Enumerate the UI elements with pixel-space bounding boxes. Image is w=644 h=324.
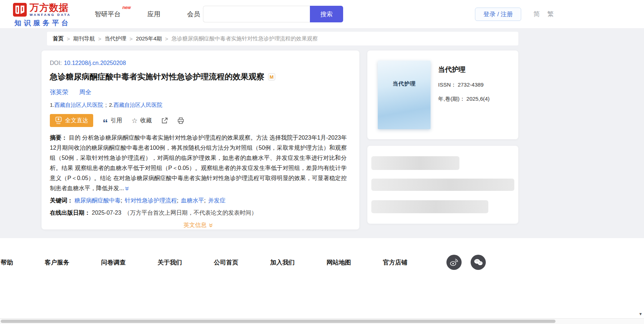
lang-simplified[interactable]: 简 (533, 10, 540, 18)
cite-label: 引用 (111, 117, 122, 124)
online-publish-row: 在线出版日期：2025-07-23（万方平台首次上网日期，不代表论文的发表时间） (50, 209, 347, 217)
favorite-label: 收藏 (140, 117, 152, 124)
journal-card: 当代护理 当代护理 ISSN： 2732-4389 年,卷(期)： 2025,6… (367, 51, 518, 139)
footer-link-company-home[interactable]: 公司首页 (214, 258, 238, 267)
journal-info: 当代护理 ISSN： 2732-4389 年,卷(期)： 2025,6(4) (438, 65, 490, 102)
nav-item-label: 会员 (187, 10, 200, 18)
footer-link-join-us[interactable]: 加入我们 (270, 258, 295, 267)
fulltext-button[interactable]: free 全文直达 (50, 114, 93, 127)
print-icon (177, 117, 184, 124)
affiliation-number: 2. (109, 102, 114, 108)
keyword-link[interactable]: 针对性急诊护理流程 (125, 197, 177, 203)
search-input[interactable] (203, 6, 310, 22)
brand-name-en: WANFANG DATA (30, 13, 71, 17)
brand-tagline: 知识服务平台 (14, 18, 71, 28)
breadcrumb-issue[interactable]: 2025年4期 (136, 35, 162, 42)
favorite-button[interactable]: ☆ 收藏 (131, 117, 152, 125)
footer-link-survey[interactable]: 问卷调查 (101, 258, 126, 267)
print-button[interactable] (177, 117, 184, 124)
abstract-label: 摘要： (50, 135, 67, 141)
cite-button[interactable]: “ 引用 (103, 117, 122, 124)
footer-link-customer-service[interactable]: 客户服务 (45, 258, 69, 267)
wechat-button[interactable] (471, 255, 486, 270)
breadcrumb-separator: > (98, 36, 101, 42)
keyword-link[interactable]: 血糖水平 (181, 197, 204, 203)
breadcrumb-home[interactable]: 首页 (53, 35, 64, 42)
skeleton-bar (371, 156, 459, 170)
search-bar: 搜索 (203, 6, 343, 22)
article-title: 急诊糖尿病酮症酸中毒者实施针对性急诊护理流程的效果观察 (50, 71, 264, 82)
footer-link-official-store[interactable]: 官方店铺 (383, 258, 407, 267)
author-link[interactable]: 周全 (79, 88, 91, 96)
nav-item-apps[interactable]: 应用 (147, 10, 160, 18)
author-link[interactable]: 张英荣 (50, 88, 68, 96)
nav-item-research-platform[interactable]: 智研平台 new (95, 10, 121, 18)
breadcrumb-current: 急诊糖尿病酮症酸中毒者实施针对性急诊护理流程的效果观察 (172, 35, 318, 42)
footer-link-sitemap[interactable]: 网站地图 (327, 258, 351, 267)
journal-issn-row: ISSN： 2732-4389 (438, 82, 490, 88)
online-publish-note: （万方平台首次上网日期，不代表论文的发表时间） (124, 210, 257, 216)
brand-name: 万方数据 (30, 3, 71, 12)
journal-cover[interactable]: 当代护理 (378, 61, 431, 129)
english-info-toggle[interactable]: 英文信息 (50, 222, 347, 229)
english-info-label: 英文信息 (183, 222, 207, 229)
affiliation-separator: ; (105, 102, 107, 108)
abstract-text: 目的 分析急诊糖尿病酮症酸中毒者实施针对性急诊护理流程的效果观察。方法 选择我院… (50, 135, 347, 191)
doi-label: DOI: (50, 60, 62, 66)
footer-link-help[interactable]: 帮助 (1, 258, 13, 267)
share-button[interactable] (161, 117, 168, 124)
scroll-down-arrow-icon[interactable]: ▼ (639, 312, 643, 316)
breadcrumb-separator: > (130, 36, 133, 42)
sidebar-loading-card (367, 146, 518, 224)
nav-item-membership[interactable]: 会员 (187, 10, 200, 18)
keyword-link[interactable]: 并发症 (208, 197, 225, 203)
keywords-label: 关键词： (50, 197, 73, 203)
keyword-separator: ; (204, 197, 206, 203)
doi-row: DOI:10.12208/j.cn.20250208 (50, 60, 347, 66)
keyword-separator: ; (121, 197, 122, 203)
issn-value: 2732-4389 (458, 82, 484, 88)
issn-label: ISSN： (438, 82, 456, 88)
wanfang-logo-icon (13, 3, 27, 17)
breadcrumb-journal[interactable]: 当代护理 (105, 35, 126, 42)
svg-text:free: free (56, 122, 61, 124)
journal-name[interactable]: 当代护理 (438, 65, 490, 74)
main-nav: 智研平台 new 应用 会员 (95, 0, 200, 28)
footer-links: 帮助 客户服务 问卷调查 关于我们 公司首页 加入我们 网站地图 官方店铺 (1, 255, 486, 270)
affiliation-link[interactable]: 西藏自治区人民医院 (55, 102, 103, 108)
keyword-link[interactable]: 糖尿病酮症酸中毒 (74, 197, 121, 203)
footer-link-about-us[interactable]: 关于我们 (157, 258, 182, 267)
breadcrumb-separator: > (165, 36, 168, 42)
lang-traditional[interactable]: 繁 (547, 10, 554, 18)
site-logo[interactable]: 万方数据 WANFANG DATA 知识服务平台 (13, 3, 71, 28)
skeleton-bar (371, 200, 488, 213)
volume-value: 2025,6(4) (466, 96, 489, 102)
header: 万方数据 WANFANG DATA 知识服务平台 智研平台 new 应用 会员 … (0, 0, 644, 28)
star-icon: ☆ (131, 117, 138, 125)
breadcrumb: 首页 > 期刊导航 > 当代护理 > 2025年4期 > 急诊糖尿病酮症酸中毒者… (47, 32, 518, 45)
weibo-button[interactable] (446, 255, 462, 270)
search-button[interactable]: 搜索 (310, 6, 343, 22)
volume-label: 年,卷(期)： (438, 96, 465, 102)
free-download-icon: free (55, 117, 62, 124)
breadcrumb-journal-nav[interactable]: 期刊导航 (73, 35, 95, 42)
wechat-icon (474, 258, 483, 266)
horizontal-scrollbar-thumb[interactable] (1, 320, 556, 323)
affiliation-link[interactable]: 西藏自治区人民医院 (113, 102, 162, 108)
author-list: 张英荣 周全 (50, 88, 347, 96)
chevron-double-down-icon (208, 223, 213, 228)
quote-icon: “ (103, 121, 108, 125)
footer: 帮助 客户服务 问卷调查 关于我们 公司首页 加入我们 网站地图 官方店铺 (0, 238, 644, 318)
doi-link[interactable]: 10.12208/j.cn.20250208 (64, 60, 126, 66)
article-card: DOI:10.12208/j.cn.20250208 急诊糖尿病酮症酸中毒者实施… (42, 51, 359, 229)
fulltext-label: 全文直达 (65, 117, 88, 124)
horizontal-scrollbar[interactable] (0, 318, 644, 324)
affiliation-list: 1.西藏自治区人民医院;2.西藏自治区人民医院 (50, 102, 347, 109)
abstract: 摘要： 目的 分析急诊糖尿病酮症酸中毒者实施针对性急诊护理流程的效果观察。方法 … (50, 133, 347, 193)
keyword-separator: ; (177, 197, 178, 203)
medline-badge: M (268, 73, 275, 80)
login-register-button[interactable]: 登录 / 注册 (475, 8, 521, 21)
expand-abstract-icon[interactable] (125, 186, 129, 191)
journal-cover-title: 当代护理 (393, 80, 416, 129)
breadcrumb-separator: > (67, 36, 70, 42)
